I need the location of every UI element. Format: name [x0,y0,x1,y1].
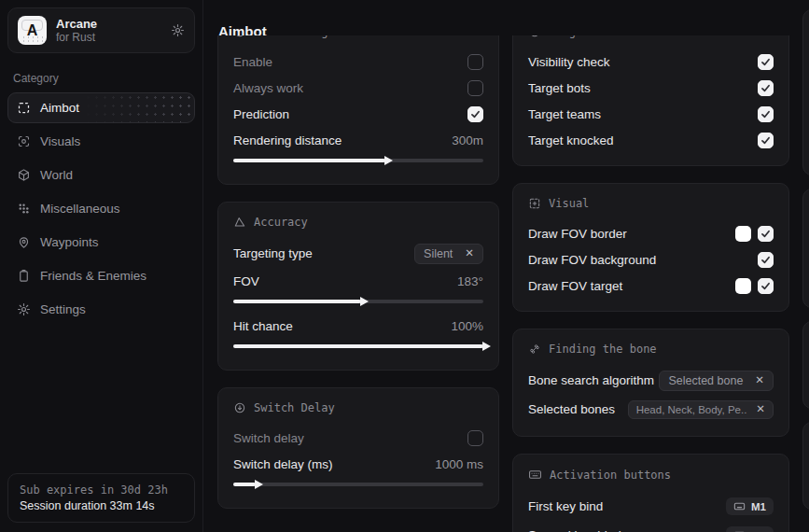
app-title-block: Arcane for Rust [56,17,97,45]
sidebar-item-aimbot[interactable]: Aimbot [7,92,195,123]
section-header: Accuracy [233,216,483,229]
setting-row: Always work [233,75,483,101]
slider-value: 300m [452,133,483,147]
setting-label: Switch delay (ms) [233,457,333,471]
always-work-checkbox[interactable] [467,80,483,96]
visibility-check-checkbox[interactable] [758,54,774,70]
section-title: Activation buttons [550,469,671,482]
setting-label: Bone search algorithm [528,373,654,387]
target-teams-checkbox[interactable] [758,106,774,122]
setting-label: Target knocked [528,133,614,147]
setting-row: First key bind M1 [528,492,774,521]
app-name: Arcane [56,17,97,31]
setting-label: Enable [233,55,272,69]
keyboard-icon [528,468,542,482]
setting-label: Draw FOV border [528,227,627,241]
sub-expires-text: Sub expires in 30d 23h [20,482,183,498]
setting-label: Second key bind [528,528,621,532]
logo-letter: A [27,22,38,39]
setting-label: Target bots [528,81,591,95]
angle-triangle-icon [233,216,246,229]
section-header: Targets [528,35,774,38]
fov-slider[interactable] [233,300,483,303]
crosshair-frame-icon [17,101,31,115]
setting-label: Draw FOV target [528,279,622,293]
first-key-bind-button[interactable]: M1 [726,497,774,515]
hit-chance-slider[interactable] [233,344,483,348]
switch-delay-checkbox[interactable] [467,430,483,446]
fov-border-color-swatch[interactable] [735,226,751,242]
setting-row: Selected bones Head, Neck, Body, Pe.. ✕ [528,395,774,424]
gear-icon[interactable] [171,23,185,37]
app-subtitle: for Rust [56,31,97,45]
switch-delay-ms-slider[interactable] [233,483,483,486]
setting-label: Targeting type [233,246,313,260]
offscreen-card [802,9,809,175]
targeting-type-tag[interactable]: Silent ✕ [414,244,483,264]
setting-row: Hit chance 100% [233,313,483,339]
setting-row: Bone search algorithm Selected bone ✕ [528,366,774,395]
section-header: Activation buttons [528,468,774,482]
setting-row: Target knocked [528,127,774,153]
setting-label: Selected bones [528,402,615,416]
card-aim-settings: Aim settings Enable Always work Predicti… [217,35,499,185]
sidebar-item-world[interactable]: World [7,160,195,190]
cube-icon [17,168,31,182]
setting-row: Visibility check [528,49,774,75]
keyboard-icon [733,500,746,512]
sidebar-item-visuals[interactable]: Visuals [7,126,195,157]
rendering-distance-slider[interactable] [233,159,483,162]
card-accuracy: Accuracy Targeting type Silent ✕ FOV 183… [217,202,499,371]
setting-row: FOV 183° [233,268,483,294]
offscreen-card [802,422,809,510]
enable-checkbox[interactable] [467,54,483,70]
arrow-down-circle-icon [233,401,246,414]
sidebar-item-label: World [40,168,73,182]
app-window: A Arcane for Rust Category Aimbot [0,0,809,532]
setting-row: Draw FOV border [528,220,774,246]
second-key-bind-button[interactable]: M2 [726,526,774,532]
setting-row: Enable [233,49,483,75]
section-title: Aim settings [254,35,335,38]
setting-label: Switch delay [233,431,304,445]
section-header: Visual [528,197,774,210]
gear-icon [17,302,31,316]
sidebar: A Arcane for Rust Category Aimbot [0,0,203,532]
sidebar-item-miscellaneous[interactable]: Miscellaneous [7,193,195,224]
setting-label: Prediction [233,107,289,121]
card-activation-buttons: Activation buttons First key bind M1 [512,454,789,532]
target-knocked-checkbox[interactable] [758,133,774,148]
section-header: Aim settings [233,35,483,38]
section-title: Accuracy [254,216,308,229]
close-icon[interactable]: ✕ [756,404,765,414]
bone-search-algorithm-tag[interactable]: Selected bone ✕ [659,371,774,391]
settings-scroll-area[interactable]: Aim settings Enable Always work Predicti… [217,35,809,532]
setting-label: Visibility check [528,55,610,69]
selected-bones-tag[interactable]: Head, Neck, Body, Pe.. ✕ [628,400,774,419]
offscreen-card [802,189,809,308]
setting-row: Rendering distance 300m [233,127,483,153]
draw-fov-background-checkbox[interactable] [758,252,774,268]
slider-fill [233,344,483,348]
sidebar-item-waypoints[interactable]: Waypoints [7,227,195,258]
sidebar-item-settings[interactable]: Settings [7,294,195,325]
session-duration-text: Session duration 33m 14s [20,498,183,514]
setting-label: Hit chance [233,319,293,333]
target-bots-checkbox[interactable] [758,80,774,96]
sidebar-item-friends-enemies[interactable]: Friends & Enemies [7,260,195,291]
category-label: Category [13,72,189,85]
prediction-checkbox[interactable] [467,106,483,122]
setting-row: Prediction [233,101,483,127]
card-switch-delay: Switch Delay Switch delay Switch delay (… [217,387,499,509]
settings-column-right: Targets Visibility check Target bots Tar… [512,35,789,532]
close-icon[interactable]: ✕ [755,375,764,385]
slider-fill [233,300,361,303]
close-icon[interactable]: ✕ [465,248,474,259]
fov-target-color-swatch[interactable] [735,278,751,294]
draw-fov-border-checkbox[interactable] [758,226,774,242]
tag-text: Head, Neck, Body, Pe.. [636,404,747,415]
draw-fov-target-checkbox[interactable] [758,278,774,294]
setting-label: First key bind [528,499,603,513]
main-content: Aimbot Aim settings Enable [203,0,809,532]
target-icon [528,35,541,38]
